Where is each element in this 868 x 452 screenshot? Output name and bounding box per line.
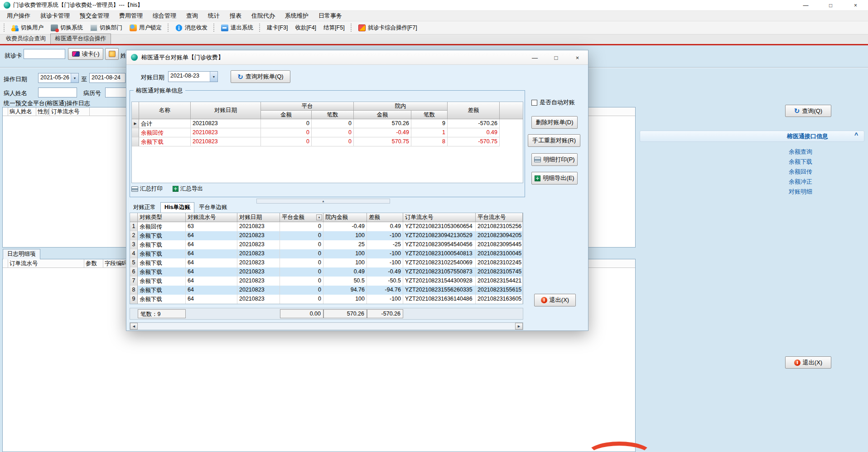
summary-header-selector [132,102,139,119]
menu-inpatient-agency[interactable]: 住院代办 [246,10,280,21]
menu-query[interactable]: 查询 [181,10,203,21]
detail-row[interactable]: 7 余额下载 64 20210823 0 50.5 -50.5 YZT20210… [130,277,523,286]
link-balance-query[interactable]: 余额查询 [769,148,832,158]
toolbar-switch-dept[interactable]: 切换部门 [87,23,125,33]
read-card-label: 读卡(-) [82,50,100,58]
summary-export-button[interactable]: 汇总导出 [173,185,203,193]
detail-header-diff[interactable]: 差额 [367,213,403,222]
dialog-exit-button[interactable]: 退出(X) [534,294,576,306]
link-balance-reversal[interactable]: 余额冲正 [769,178,832,188]
dialog-close-button[interactable]: × [567,50,588,65]
toolbar-exit-system[interactable]: 退出系统 [218,23,256,33]
detail-row[interactable]: 3 余额下载 64 20210823 0 25 -25 YZT202108230… [130,240,523,249]
menu-user-ops[interactable]: 用户操作 [2,10,35,21]
detail-row[interactable]: 2 余额下载 64 20210823 0 100 -100 YZT2021082… [130,231,523,240]
detail-row[interactable]: 9 余额下载 64 20210823 0 100 -100 YZT2021082… [130,295,523,304]
link-balance-download[interactable]: 余额下载 [769,158,832,168]
tab-cashier-query[interactable]: 收费员综合查询 [1,34,50,44]
card-number-input[interactable] [24,49,65,59]
splitter-handle[interactable]: ▲ [256,199,390,204]
horizontal-scrollbar[interactable]: ◀ ▶ [130,322,523,330]
detail-export-button[interactable]: 明细导出(E) [531,172,578,185]
cell-serial: 64 [186,286,237,295]
dtab-his-single[interactable]: His单边账 [160,202,194,213]
toolbar-label: 结算[F5] [323,24,345,32]
detail-row[interactable]: 5 余额下载 64 20210823 0 100 -100 YZT2021082… [130,258,523,267]
maximize-button[interactable]: □ [818,0,843,11]
dialog-maximize-button[interactable]: □ [545,50,567,65]
menu-system-maintenance[interactable]: 系统维护 [280,10,313,21]
summary-row[interactable]: 余额下载 20210823 0 0 570.75 8 -570.75 [132,137,523,146]
detail-row[interactable]: 6 余额下载 64 20210823 0 0.49 -0.49 YZT20210… [130,267,523,277]
summary-header-filler [500,102,523,119]
detail-header-order-no[interactable]: 订单流水号 [403,213,476,222]
detail-print-button[interactable]: 明细打印(P) [531,153,578,166]
query-button[interactable]: ↻ 查询(Q) [785,105,831,117]
scroll-left-icon[interactable]: ◀ [130,323,138,330]
dtab-normal[interactable]: 对账正常 [130,203,159,213]
toolbar-user-lock[interactable]: 用户锁定 [126,23,165,33]
cell-platform-no: 20210823105256 [476,222,523,231]
detail-header-type[interactable]: 对账类型 [138,213,186,222]
summary-row[interactable]: ▶ 合计 20210823 0 0 570.26 9 -570.26 [132,119,523,128]
toolbar-separator [168,24,169,32]
detail-row[interactable]: 4 余额下载 64 20210823 0 100 -100 YZT2021082… [130,249,523,258]
link-balance-return[interactable]: 余额回传 [769,168,832,178]
detail-row[interactable]: 8 余额下载 64 20210823 0 94.76 -94.76 YZT202… [130,286,523,295]
combo-arrow-icon[interactable]: ▼ [210,72,217,82]
menu-stats[interactable]: 统计 [203,10,225,21]
delete-reconcile-button[interactable]: 删除对账单(D) [531,116,578,129]
log-header-gender: 性别 [36,107,50,116]
toolbar-switch-user[interactable]: 切换用户 [8,23,47,33]
menu-fee-mgmt[interactable]: 费用管理 [114,10,148,21]
date-to-combo[interactable]: 2021-08-24 [89,73,125,83]
combo-arrow-icon[interactable]: ▼ [71,73,78,83]
reconcile-date-combo[interactable]: 2021-08-23 ▼ [168,71,218,82]
date-from-combo[interactable]: 2021-05-26 ▼ [38,73,79,83]
detail-header-serial[interactable]: 对账流水号 [186,213,237,222]
chevron-up-icon[interactable]: ^ [854,131,858,139]
toolbar-message[interactable]: 消息收发 [172,23,211,33]
toolbar-switch-system[interactable]: 切换系统 [48,23,86,33]
detail-header-platform-amount[interactable]: 平台金额 ▼ [280,213,323,222]
patient-name-input[interactable] [38,87,77,97]
query-reconcile-button[interactable]: ↻ 查询对账单(Q) [231,70,290,83]
toolbar-create-card-f3[interactable]: 建卡[F3] [264,23,291,33]
dtab-platform-single[interactable]: 平台单边账 [195,203,231,213]
summary-print-button[interactable]: 汇总打印 [131,185,163,193]
menu-comprehensive-mgmt[interactable]: 综合管理 [148,10,181,21]
toolbar-collect-f4[interactable]: 收款[F4] [292,23,320,33]
auto-reconcile-checkbox[interactable] [531,100,537,106]
summary-table: 名称 对账日期 平台 院内 差额 金额 笔数 金额 笔数 ▶ [131,102,523,183]
filter-dropdown-icon[interactable]: ▼ [316,214,322,220]
tool-button[interactable] [105,48,119,60]
minimize-button[interactable]: — [793,0,818,11]
tab-rongyitong-platform[interactable]: 榕医通平台综合操作 [50,34,111,44]
close-button[interactable]: × [843,0,868,11]
toolbar-card-ops-f7[interactable]: 就诊卡综合操作[F7] [355,23,420,33]
scroll-right-icon[interactable]: ▶ [515,323,523,330]
cell-platform-amount: 0 [280,295,323,304]
cell-order-no: YZT202108231636140486 [403,295,476,304]
cell-hospital-amount: 25 [323,240,367,249]
menu-reports[interactable]: 报表 [225,10,246,21]
menu-prepay-mgmt[interactable]: 预交金管理 [75,10,114,21]
cell-platform-amount: 0 [280,286,323,295]
detail-row[interactable]: 1 余额回传 63 20210823 0 -0.49 0.49 YZT20210… [130,222,523,231]
tab-log-detail-items[interactable]: 日志明细项 [3,249,40,259]
dialog-minimize-button[interactable]: — [524,50,545,65]
cell-platform-no: 20210823095445 [476,240,523,249]
detail-header-date[interactable]: 对账日期 [237,213,280,222]
link-reconcile-detail[interactable]: 对账明细 [769,188,832,198]
read-card-button[interactable]: 读卡(-) [68,48,103,60]
toolbar-settle-f5[interactable]: 结算[F5] [320,23,348,33]
detail-header-hospital-amount[interactable]: 院内金额 [323,213,367,222]
manual-reconcile-button[interactable]: 手工重新对账(R) [528,134,580,147]
toolbar-label: 收款[F4] [295,24,317,32]
summary-row[interactable]: 余额回传 20210823 0 0 -0.49 1 0.49 [132,128,523,137]
delete-reconcile-label: 删除对账单(D) [535,118,573,126]
menu-card-mgmt[interactable]: 就诊卡管理 [35,10,75,21]
main-exit-button[interactable]: 退出(X) [785,356,831,369]
detail-header-platform-no[interactable]: 平台流水号 [476,213,523,222]
menu-daily-affairs[interactable]: 日常事务 [313,10,347,21]
